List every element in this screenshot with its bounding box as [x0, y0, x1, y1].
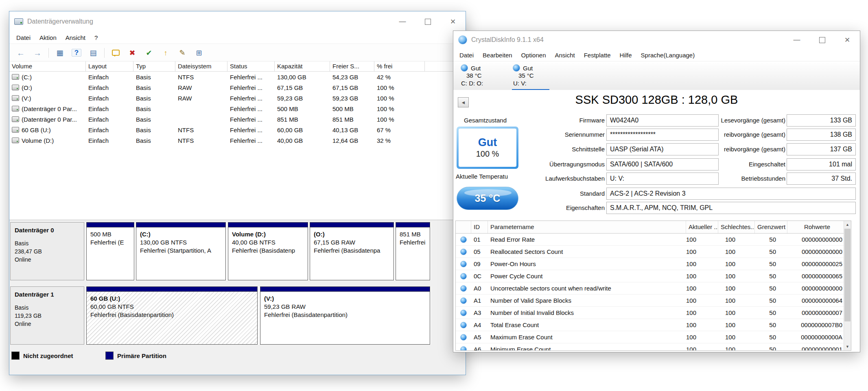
disk-tab-cdo[interactable]: Gut 38 °C C: D: O: [461, 64, 503, 90]
volume-freier-speicher: 67,15 GB [330, 84, 374, 91]
cdi-menu-item[interactable]: Bearbeiten [478, 49, 517, 61]
partition-v[interactable]: (V:) 59,23 GB RAW Fehlerfrei (Basisdaten… [260, 286, 430, 345]
disk-tab-uv[interactable]: Gut 35 °C U: V: [513, 64, 555, 90]
smart-attribute-row[interactable]: A6 Minimum Erase Count 100 100 50 000000… [456, 343, 851, 351]
column-header-prozent-frei[interactable]: % frei [374, 61, 425, 71]
smart-attribute-row[interactable]: 05 Reallocated Sectors Count 100 100 50 … [456, 246, 851, 258]
cdi-menu-item[interactable]: Datei [455, 49, 478, 61]
cdi-menu-item[interactable]: Sprache(Language) [636, 49, 700, 61]
column-header-layout[interactable]: Layout [86, 61, 133, 71]
scrollbar-thumb[interactable] [844, 229, 851, 321]
dm-menu-item[interactable]: Aktion [35, 32, 61, 44]
attribute-threshold: 50 [755, 321, 787, 328]
volume-row[interactable]: (V:) Einfach Basis RAW Fehlerfrei ... 59… [9, 93, 466, 103]
column-header-kapazitaet[interactable]: Kapazität [275, 61, 330, 71]
column-header-freier-speicher[interactable]: Freier S... [330, 61, 374, 71]
cdi-close-button[interactable]: ✕ [835, 31, 860, 49]
disk0-label[interactable]: Datenträger 0 Basis 238,47 GB Online [10, 222, 84, 280]
smart-header-current[interactable]: Aktueller ... [686, 221, 718, 233]
volume-prozent-frei: 42 % [374, 74, 425, 81]
column-header-status[interactable]: Status [227, 61, 275, 71]
smart-attribute-row[interactable]: 09 Power-On Hours 100 100 50 00000000002… [456, 258, 851, 270]
smart-attribute-row[interactable]: A5 Maximum Erase Count 100 100 50 000000… [456, 331, 851, 343]
volume-kapazitaet: 130,00 GB [275, 74, 330, 81]
properties-button[interactable]: ⊞ [193, 47, 205, 59]
partition-851mb[interactable]: 851 MB Fehlerfrei (Wi [396, 222, 430, 280]
dm-menu-item[interactable]: ? [90, 32, 102, 44]
help-button[interactable]: ? [71, 47, 82, 59]
smart-attribute-row[interactable]: 0C Power Cycle Count 100 100 50 00000000… [456, 270, 851, 282]
volume-freier-speicher: 40,13 GB [330, 127, 374, 133]
extend-volume-button[interactable]: ↑ [160, 47, 171, 59]
volume-drive-icon [12, 74, 19, 80]
volume-row[interactable]: (C:) Einfach Basis NTFS Fehlerfrei ... 1… [9, 72, 466, 82]
partition-u-selected[interactable]: 60 GB (U:) 60,00 GB NTFS Fehlerfrei (Bas… [86, 286, 258, 345]
delete-volume-button[interactable]: ✖ [127, 47, 138, 59]
volume-row[interactable]: Volume (D:) Einfach Basis NTFS Fehlerfre… [9, 135, 466, 146]
usage-stat-row: Lesevorgänge (gesamt) 133 GB [453, 114, 860, 127]
volume-table-header: Volume Layout Typ Dateisystem Status Kap… [9, 61, 466, 72]
mark-active-button[interactable]: ✔ [143, 47, 155, 59]
features-value: S.M.A.R.T., APM, NCQ, TRIM, GPL [606, 202, 856, 214]
smart-attribute-row[interactable]: A3 Number of Initial Invalid Blocks 100 … [456, 307, 851, 319]
partition-c[interactable]: (C:) 130,00 GB NTFS Fehlerfrei (Startpar… [136, 222, 226, 280]
attribute-raw: 000000000025 [787, 260, 845, 267]
dm-menu-item[interactable]: Datei [12, 32, 35, 44]
action-button[interactable] [110, 47, 121, 59]
partition-d[interactable]: Volume (D:) 40,00 GB NTFS Fehlerfrei (Ba… [228, 222, 308, 280]
scroll-up-button[interactable]: ▲ [844, 221, 851, 228]
back-button[interactable]: ← [15, 47, 26, 59]
volume-row[interactable]: (O:) Einfach Basis RAW Fehlerfrei ... 67… [9, 82, 466, 93]
column-header-typ[interactable]: Typ [133, 61, 175, 71]
forward-button[interactable]: → [32, 47, 43, 59]
smart-table-scrollbar[interactable]: ▲ ▼ [844, 221, 851, 350]
drive-title: SSK SD300 128GB : 128,0 GB [478, 93, 835, 107]
previous-disk-button[interactable]: ◄ [458, 97, 469, 107]
details-view-button[interactable]: ▤ [87, 47, 99, 59]
column-header-dateisystem[interactable]: Dateisystem [175, 61, 227, 71]
partition-o[interactable]: (O:) 67,15 GB RAW Fehlerfrei (Basisdaten… [310, 222, 394, 280]
smart-header-name[interactable]: Parametername [488, 221, 686, 233]
cdi-maximize-button[interactable] [809, 31, 835, 49]
smart-attribute-row[interactable]: A1 Number of Valid Spare Blocks 100 100 … [456, 295, 851, 307]
dm-titlebar[interactable]: Datenträgerverwaltung — ✕ [9, 11, 466, 32]
smart-attribute-row[interactable]: A0 Uncorrectable sectors count when read… [456, 282, 851, 295]
smart-header-status[interactable] [456, 221, 471, 233]
smart-header-worst[interactable]: Schlechtes... [718, 221, 755, 233]
disk1-label[interactable]: Datenträger 1 Basis 119,23 GB Online [10, 286, 84, 345]
usage-stat-label: Betriebsstunden [718, 173, 785, 185]
smart-header-raw[interactable]: Rohwerte [787, 221, 845, 233]
dm-menu-item[interactable]: Ansicht [61, 32, 90, 44]
disk-tab-temperature: 35 °C [518, 72, 555, 79]
disk-tab-letters: U: V: [513, 80, 555, 87]
cdi-menu-item[interactable]: Festplatte [579, 49, 615, 61]
legend-primary-label: Primäre Partition [117, 352, 166, 359]
standard-value: ACS-2 | ACS-2 Revision 3 [606, 188, 856, 200]
dm-minimize-button[interactable]: — [390, 11, 415, 32]
volume-row[interactable]: (Datenträger 0 Par... Einfach Basis Fehl… [9, 103, 466, 114]
console-window-button[interactable]: ▦ [54, 47, 66, 59]
dm-maximize-button[interactable] [415, 11, 440, 32]
partition-500mb[interactable]: 500 MB Fehlerfrei (E [86, 222, 134, 280]
change-letter-button[interactable]: ✎ [177, 47, 188, 59]
disk0-status: Online [15, 256, 80, 264]
cdi-menu-item[interactable]: Hilfe [615, 49, 636, 61]
cdi-titlebar[interactable]: CrystalDiskInfo 9.1.1 x64 — ✕ [453, 31, 860, 49]
smart-attribute-row[interactable]: 01 Read Error Rate 100 100 50 0000000000… [456, 234, 851, 246]
smart-attribute-row[interactable]: A4 Total Erase Count 100 100 50 00000000… [456, 319, 851, 331]
volume-layout: Einfach [86, 127, 133, 133]
attribute-threshold: 50 [755, 273, 787, 280]
dm-close-button[interactable]: ✕ [440, 11, 466, 32]
cdi-menu-item[interactable]: Optionen [517, 49, 551, 61]
scroll-down-button[interactable]: ▼ [844, 343, 851, 350]
volume-layout: Einfach [86, 137, 133, 144]
volume-row[interactable]: (Datenträger 0 Par... Einfach Basis Fehl… [9, 114, 466, 125]
volume-row[interactable]: 60 GB (U:) Einfach Basis NTFS Fehlerfrei… [9, 125, 466, 135]
partition-size: 67,15 GB RAW [314, 238, 390, 247]
smart-header-id[interactable]: ID [471, 221, 488, 233]
smart-header-threshold[interactable]: Grenzwert [755, 221, 787, 233]
column-header-volume[interactable]: Volume [9, 61, 86, 71]
cdi-menu-item[interactable]: Ansicht [550, 49, 579, 61]
cdi-minimize-button[interactable]: — [784, 31, 809, 49]
attribute-current: 100 [686, 334, 718, 341]
